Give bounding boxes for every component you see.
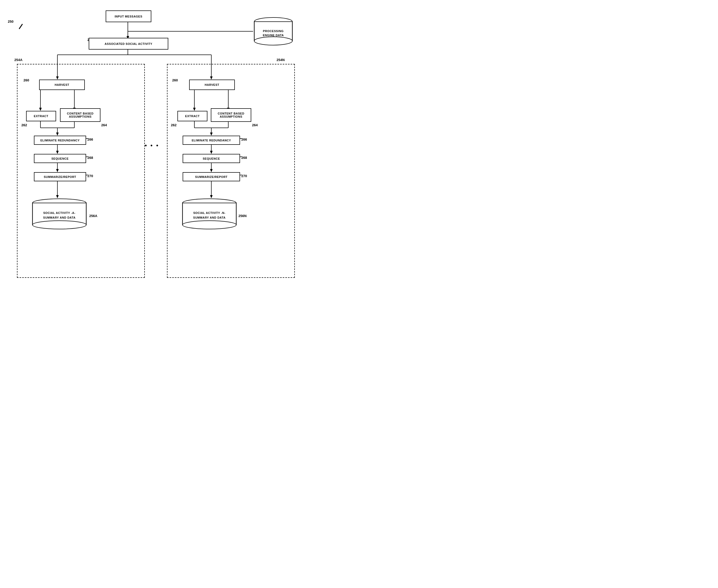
ref-264-left: 264 [101,123,107,127]
svg-text:SOCIAL ACTIVITY -A-: SOCIAL ACTIVITY -A- [43,211,76,214]
ref-264-right: 264 [252,123,258,127]
svg-point-52 [254,37,293,45]
right-dashed-container [167,64,295,278]
tick-266-left [86,138,88,139]
ref-256N: 256N [238,214,247,218]
tick-268-right [239,156,242,157]
ref-268-left: 268 [87,156,93,160]
extract-box-right: EXTRACT [177,111,207,121]
harvest-box-right: HARVEST [189,80,235,90]
ref-266-right: 266 [241,138,247,141]
eliminate-redundancy-box-left: ELIMINATE REDUNDANCY [34,135,86,145]
ref-262-right: 262 [171,123,177,127]
summarize-box-left: SUMMARIZE/REPORT [34,172,86,181]
ellipsis-dots: • • • [145,142,159,149]
processing-engine-data-cylinder: PROCESSING ENGINE DATA [253,17,294,46]
ref-270-left: 270 [87,174,93,178]
eliminate-redundancy-box-right: ELIMINATE REDUNDANCY [183,135,240,145]
left-dashed-container [17,64,145,278]
associated-social-activity-box: ASSOCIATED SOCIAL ACTIVITY [89,38,168,49]
svg-point-59 [33,221,86,229]
diagram: 250 \ 252 254 258 INPUT MESSAGES ASSOCIA… [0,0,313,287]
ref-254N: 254N [277,58,284,62]
sequence-box-right: SEQUENCE [183,154,240,163]
summarize-box-right: SUMMARIZE/REPORT [183,172,240,181]
ref-262-left: 262 [21,123,27,127]
svg-text:SOCIAL ACTIVITY -N-: SOCIAL ACTIVITY -N- [193,211,226,214]
svg-point-66 [183,221,236,229]
ref-266-left: 266 [87,138,93,141]
social-activity-n-cylinder: SOCIAL ACTIVITY -N- SUMMARY AND DATA [181,198,237,230]
svg-text:SUMMARY AND DATA: SUMMARY AND DATA [43,216,76,219]
sequence-box-left: SEQUENCE [34,154,86,163]
tick-266-right [239,138,242,139]
content-based-box-right: CONTENT BASED ASSUMPTIONS [211,108,251,122]
ref-254A: 254A [14,58,22,62]
ref-250-arrow: \ [17,23,24,30]
ref-260-right: 260 [172,78,178,82]
input-messages-box: INPUT MESSAGES [106,10,151,22]
tick-270-left [86,175,88,175]
ref-260-left: 260 [23,78,29,82]
ref-250: 250 [8,20,14,23]
harvest-box-left: HARVEST [39,80,85,90]
tick-270-right [239,175,242,175]
svg-text:ENGINE DATA: ENGINE DATA [263,34,284,37]
social-activity-a-cylinder: SOCIAL ACTIVITY -A- SUMMARY AND DATA [31,198,87,230]
extract-box-left: EXTRACT [26,111,56,121]
svg-text:PROCESSING: PROCESSING [263,29,283,33]
ref-268-right: 268 [241,156,247,160]
ref-256A: 256A [89,214,97,218]
content-based-box-left: CONTENT BASED ASSUMPTIONS [60,108,101,122]
svg-text:SUMMARY AND DATA: SUMMARY AND DATA [193,216,226,219]
ref-270-right: 270 [241,174,247,178]
tick-268-left [86,156,88,157]
